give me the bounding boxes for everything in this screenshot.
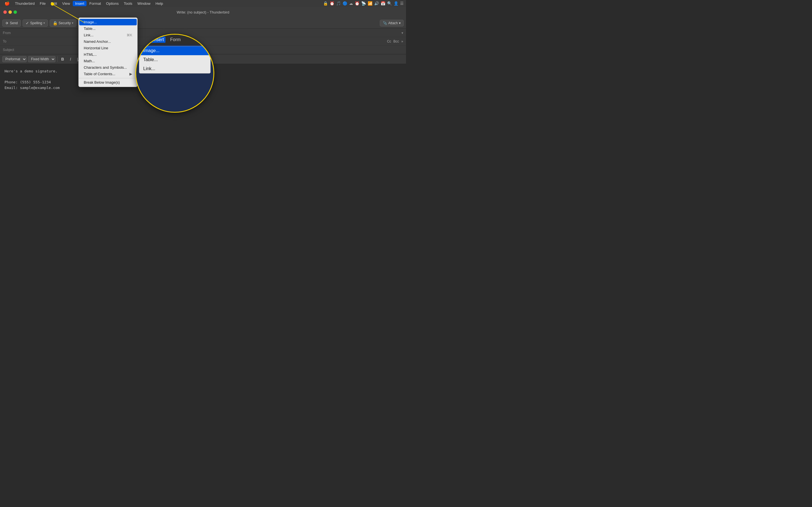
- menubar-file[interactable]: File: [38, 1, 48, 6]
- menu-item-horizontal-line-label: Horizontal Line: [84, 46, 108, 50]
- mag-insert-item: Insert: [151, 37, 165, 43]
- menubar-tools[interactable]: Tools: [121, 1, 135, 6]
- spelling-label: Spelling: [30, 21, 42, 25]
- mag-view-item: ew: [139, 37, 148, 43]
- menu-item-characters-label: Characters and Symbols...: [84, 65, 127, 69]
- menubar-options[interactable]: Options: [104, 1, 121, 6]
- from-label: From: [3, 31, 20, 35]
- menubar-window[interactable]: Window: [135, 1, 153, 6]
- menubar-insert[interactable]: Insert: [73, 1, 87, 6]
- menu-item-image[interactable]: Image...: [79, 19, 137, 25]
- paragraph-style-select[interactable]: Preformat: [2, 56, 27, 62]
- security-label: Security: [59, 21, 71, 25]
- menu-item-toc[interactable]: Table of Contents... ▶: [79, 71, 137, 77]
- expand-icon[interactable]: »: [401, 40, 403, 43]
- menubar-view[interactable]: View: [60, 1, 72, 6]
- menu-item-math-label: Math...: [84, 59, 95, 63]
- menu-item-link-label: Link...: [84, 33, 94, 37]
- bold-button[interactable]: B: [59, 56, 66, 62]
- from-chevron-icon[interactable]: ▾: [402, 31, 403, 35]
- from-row-icons: ▾: [402, 31, 403, 35]
- magnifier-circle: ew Insert Form Image... Table... Link...: [135, 34, 214, 113]
- menu-item-characters[interactable]: Characters and Symbols...: [79, 64, 137, 71]
- menubar-thunderbird[interactable]: Thunderbird: [13, 1, 37, 6]
- subject-label: Subject: [3, 48, 20, 52]
- menu-item-image-label: Image...: [84, 20, 97, 24]
- window-title: Write: (no subject) - Thunderbird: [177, 10, 230, 14]
- menu-item-table-label: Table...: [84, 26, 96, 31]
- send-label: Send: [10, 21, 18, 25]
- security-chevron-icon: ▾: [72, 21, 73, 24]
- spelling-icon: ✓: [26, 21, 29, 25]
- menu-item-named-anchor[interactable]: Named Anchor...: [79, 38, 137, 45]
- bcc-button[interactable]: Bcc: [393, 40, 399, 43]
- menubar-format[interactable]: Format: [87, 1, 103, 6]
- from-input[interactable]: [20, 31, 402, 35]
- menu-item-toc-arrow-icon: ▶: [130, 72, 132, 76]
- mag-menubar: ew Insert Form: [136, 35, 213, 45]
- menu-item-break-below-label: Break Below Image(s): [84, 80, 120, 84]
- menu-item-link[interactable]: Link... ⌘K: [79, 32, 137, 38]
- to-label: To: [3, 40, 20, 43]
- menu-separator: [79, 78, 137, 78]
- magnifier-content: ew Insert Form Image... Table... Link...: [136, 35, 213, 112]
- font-style-select[interactable]: Fixed Width: [28, 56, 56, 62]
- cc-button[interactable]: Cc: [387, 40, 391, 43]
- menu-item-named-anchor-label: Named Anchor...: [84, 40, 111, 44]
- menu-item-math[interactable]: Math...: [79, 58, 137, 64]
- security-icon: 🔒: [53, 21, 57, 25]
- spelling-button[interactable]: ✓ Spelling ▾: [22, 19, 48, 27]
- attach-label: Attach: [388, 21, 398, 25]
- maximize-button[interactable]: [13, 10, 17, 14]
- menubar: 🍎 Thunderbird File Edit View Insert Form…: [0, 0, 406, 7]
- send-icon: ✈: [5, 21, 9, 25]
- mag-insert-menu: Image... Table... Link...: [139, 46, 211, 73]
- security-button[interactable]: 🔒 Security ▾: [50, 19, 77, 27]
- minimize-button[interactable]: [8, 10, 12, 14]
- traffic-lights: [3, 10, 17, 14]
- italic-button[interactable]: I: [67, 56, 74, 62]
- menu-item-table[interactable]: Table...: [79, 25, 137, 32]
- attach-button[interactable]: 📎 Attach ▾: [380, 20, 404, 26]
- menu-item-toc-label: Table of Contents...: [84, 72, 115, 76]
- menubar-system-icons: 🔒⏰🎵🔵☁ ⏰📡📶🔊📅 🔍👤☰: [323, 1, 404, 6]
- menubar-help[interactable]: Help: [153, 1, 165, 6]
- mag-format-item: Form: [168, 37, 182, 43]
- menu-item-link-shortcut: ⌘K: [126, 33, 132, 37]
- menu-item-break-below[interactable]: Break Below Image(s): [79, 79, 137, 86]
- attach-icon: 📎: [383, 21, 387, 25]
- toolbar: ✈ Send ✓ Spelling ▾ 🔒 Security ▾ 📎 Attac…: [0, 17, 406, 29]
- pointer-dot: [51, 2, 54, 6]
- mag-table-item: Table...: [139, 55, 210, 64]
- menu-item-html[interactable]: HTML...: [79, 51, 137, 58]
- mag-link-item: Link...: [139, 64, 210, 73]
- apple-menu-icon[interactable]: 🍎: [2, 1, 12, 6]
- spelling-chevron-icon: ▾: [43, 21, 45, 24]
- mag-image-item: Image...: [139, 46, 210, 55]
- insert-dropdown-menu: Image... Table... Link... ⌘K Named Ancho…: [79, 17, 138, 87]
- attach-chevron-icon: ▾: [399, 21, 401, 25]
- send-button[interactable]: ✈ Send: [2, 19, 21, 27]
- to-row-icons: Cc Bcc »: [387, 40, 403, 43]
- titlebar: Write: (no subject) - Thunderbird: [0, 7, 406, 17]
- close-button[interactable]: [3, 10, 7, 14]
- menu-item-horizontal-line[interactable]: Horizontal Line: [79, 45, 137, 51]
- menu-item-html-label: HTML...: [84, 52, 97, 57]
